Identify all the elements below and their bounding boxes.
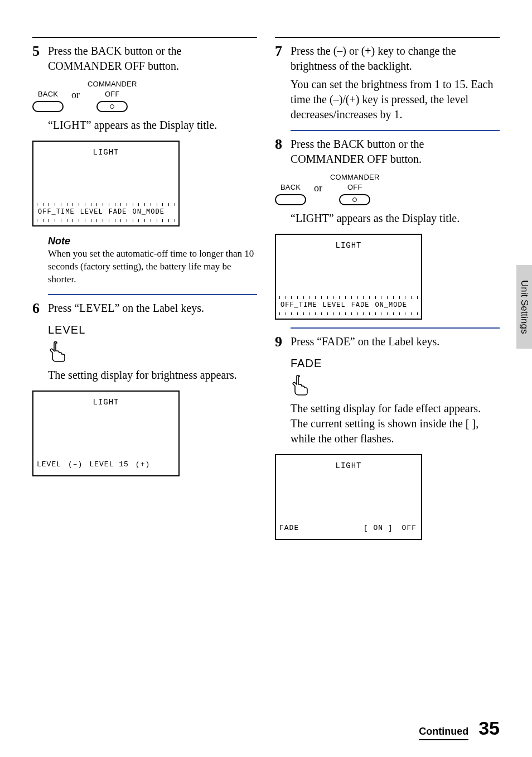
commander-off-button-icon	[339, 194, 370, 205]
pointing-hand-icon	[48, 341, 257, 362]
back-label: BACK	[280, 182, 301, 192]
lcd-tab-level: LEVEL	[80, 208, 103, 216]
commander-off-button-icon	[96, 101, 128, 112]
step8-note: “LIGHT” appears as the Display title.	[291, 211, 500, 226]
step-text: Press “FADE” on the Label keys.	[291, 334, 500, 349]
divider	[48, 294, 257, 295]
fade-key-label: FADE	[291, 356, 500, 371]
step6-note: The setting display for brightness appea…	[48, 368, 257, 383]
back-button-figure: BACK	[32, 89, 64, 113]
commander-off-figure: COMMANDER OFF	[330, 172, 379, 205]
lcd-level-label: LEVEL	[37, 460, 61, 470]
step7-note: You can set the brightness from 1 to 15.…	[291, 77, 500, 122]
lcd-fade-row: FADE [ ON ] OFF	[279, 523, 418, 533]
lcd-minus-key: (–)	[67, 460, 84, 470]
step-5: 5 Press the BACK button or the COMMANDER…	[32, 44, 257, 74]
level-key-label: LEVEL	[48, 322, 257, 337]
lcd-tab-level: LEVEL	[323, 301, 346, 310]
lcd-tab-offtime: OFF_TIME	[280, 301, 317, 310]
lcd-display-level: LIGHT LEVEL (–) LEVEL 15 (+)	[32, 390, 180, 476]
back-button-figure: BACK	[275, 182, 306, 206]
note-heading: Note	[48, 234, 257, 248]
or-label: or	[71, 88, 80, 102]
pointing-hand-icon	[291, 374, 500, 396]
step-9: 9 Press “FADE” on the Label keys.	[275, 334, 500, 350]
lcd-fade-on: [ ON ]	[364, 523, 393, 533]
step-number: 8	[275, 137, 291, 153]
lcd-tabs: OFF_TIME LEVEL FADE ON_MODE	[38, 208, 174, 216]
divider	[275, 37, 500, 38]
lcd-tab-offtime: OFF_TIME	[38, 208, 75, 216]
lcd-title: LIGHT	[276, 240, 421, 251]
lcd-display-fade: LIGHT FADE [ ON ] OFF	[275, 454, 422, 540]
step-text: Press “LEVEL” on the Label keys.	[48, 301, 257, 316]
lcd-tab-onmode: ON_MODE	[132, 208, 164, 216]
step-number: 9	[275, 334, 291, 350]
right-column: 7 Press the (–) or (+) key to change the…	[275, 31, 500, 548]
page-number: 35	[478, 716, 500, 741]
back-button-icon	[32, 101, 64, 112]
step-text: Press the BACK button or the COMMANDER O…	[291, 137, 500, 167]
lcd-title: LIGHT	[33, 397, 178, 408]
lcd-fade-off: OFF	[401, 523, 418, 533]
lcd-title: LIGHT	[276, 461, 421, 471]
divider	[32, 37, 257, 38]
lcd-fade-label: FADE	[279, 523, 299, 533]
section-tab-label: Unit Settings	[518, 280, 531, 334]
page-footer: Continued 35	[419, 716, 500, 741]
step-7: 7 Press the (–) or (+) key to change the…	[275, 44, 500, 122]
lcd-tab-fade: FADE	[351, 301, 370, 310]
step-number: 7	[275, 44, 291, 60]
lcd-display: LIGHT OFF_TIME LEVEL FADE ON_MODE	[32, 141, 180, 226]
commander-off-label: COMMANDER OFF	[330, 172, 379, 192]
left-column: 5 Press the BACK button or the COMMANDER…	[32, 31, 257, 548]
step-text: Press the (–) or (+) key to change the b…	[291, 44, 500, 74]
step-text: Press the BACK button or the COMMANDER O…	[48, 44, 257, 74]
lcd-title: LIGHT	[33, 147, 178, 158]
commander-off-figure: COMMANDER OFF	[88, 79, 137, 112]
or-label: or	[314, 181, 322, 195]
step9-note1: The setting display for fade effect appe…	[291, 401, 500, 416]
lcd-ruler: OFF_TIME LEVEL FADE ON_MODE	[279, 296, 418, 315]
step-8: 8 Press the BACK button or the COMMANDER…	[275, 137, 500, 167]
step-6: 6 Press “LEVEL” on the Label keys.	[32, 301, 257, 317]
lcd-plus-key: (+)	[134, 460, 151, 470]
step-number: 5	[32, 44, 48, 60]
step-number: 6	[32, 301, 48, 317]
button-diagram: BACK or COMMANDER OFF	[275, 172, 500, 205]
lcd-tab-onmode: ON_MODE	[375, 301, 407, 310]
back-label: BACK	[38, 89, 58, 99]
step5-note: “LIGHT” appears as the Display title.	[48, 118, 257, 133]
lcd-display: LIGHT OFF_TIME LEVEL FADE ON_MODE	[275, 234, 422, 320]
commander-off-label: COMMANDER OFF	[88, 79, 137, 99]
note-body: When you set the automatic-off time to l…	[48, 248, 257, 286]
divider	[291, 130, 500, 131]
divider	[291, 327, 500, 329]
lcd-tab-fade: FADE	[109, 208, 127, 216]
back-button-icon	[275, 194, 306, 205]
lcd-level-value: LEVEL 15	[89, 460, 128, 470]
section-tab: Unit Settings	[516, 265, 532, 349]
continued-label: Continued	[419, 725, 468, 740]
lcd-level-row: LEVEL (–) LEVEL 15 (+)	[37, 460, 175, 470]
lcd-tabs: OFF_TIME LEVEL FADE ON_MODE	[280, 301, 417, 310]
button-diagram: BACK or COMMANDER OFF	[32, 79, 257, 112]
step9-note2: The current setting is shown inside the …	[291, 416, 500, 446]
lcd-ruler: OFF_TIME LEVEL FADE ON_MODE	[37, 203, 175, 222]
